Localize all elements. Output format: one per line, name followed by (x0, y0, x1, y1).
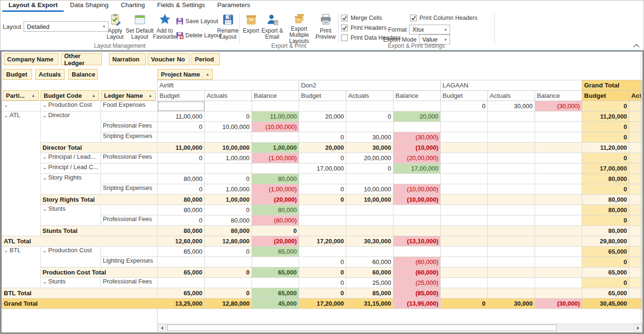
pivot-cell[interactable] (158, 278, 205, 288)
pivot-cell[interactable] (629, 257, 642, 267)
pivot-cell[interactable]: 29,80,000 (582, 236, 629, 247)
pivot-cell[interactable] (488, 267, 535, 278)
pivot-cell[interactable]: 0 (346, 111, 393, 122)
pivot-cell[interactable] (629, 101, 642, 111)
column-header-lagaan-budget[interactable]: Budget (441, 91, 488, 101)
delete-layout-button[interactable]: Delete Layout (176, 32, 222, 39)
pivot-cell[interactable]: 0 (299, 267, 346, 278)
pivot-cell[interactable] (205, 101, 252, 111)
pivot-cell[interactable]: 12,60,000 (158, 236, 205, 247)
pivot-cell[interactable]: 17,00,000 (299, 163, 346, 174)
pivot-cell[interactable]: 17,00,000 (393, 163, 441, 174)
pivot-cell[interactable] (535, 195, 582, 205)
pivot-cell[interactable] (299, 174, 346, 184)
pivot-cell[interactable] (488, 132, 535, 143)
pivot-cell[interactable]: 30,000 (488, 299, 535, 309)
pivot-cell[interactable]: 10,00,000 (346, 195, 393, 205)
row-header-ledger-sripting-expenses[interactable]: Sripting Expenses (101, 184, 158, 195)
pivot-cell[interactable]: (30,000) (393, 132, 441, 143)
pivot-cell[interactable] (488, 122, 535, 132)
pivot-cell[interactable] (629, 195, 642, 205)
pivot-cell[interactable] (299, 226, 346, 236)
pivot-cell[interactable]: (20,000) (252, 195, 299, 205)
column-group-airlift[interactable]: Airlift (158, 80, 299, 91)
add-to-favourite-button[interactable]: Add to Favourite (153, 13, 176, 44)
pivot-cell[interactable]: 0 (158, 153, 205, 163)
pivot-cell[interactable] (488, 215, 535, 226)
column-field-project-name[interactable]: Project Name ▲ (158, 69, 213, 80)
pivot-cell[interactable]: 11,20,000 (582, 143, 629, 153)
pivot-cell[interactable]: 65,000 (252, 288, 299, 299)
pivot-cell[interactable] (535, 132, 582, 143)
pivot-cell[interactable]: 20,00,000 (346, 153, 393, 163)
pivot-cell[interactable]: 80,000 (205, 215, 252, 226)
pivot-cell[interactable] (205, 257, 252, 267)
row-field-ledger-name[interactable]: Ledger Name▲ (101, 90, 156, 101)
expand-icon[interactable]: ⌄ (4, 112, 8, 118)
pivot-cell[interactable] (535, 122, 582, 132)
pivot-cell[interactable]: 11,00,000 (158, 143, 205, 153)
pivot-cell[interactable]: 80,000 (252, 205, 299, 215)
pivot-cell[interactable]: 65,000 (582, 288, 629, 299)
expand-icon[interactable]: ⌄ (42, 175, 47, 180)
column-group-grand-total[interactable]: Grand Total (582, 80, 642, 91)
row-header-ledger-professional-fees[interactable]: Professional Fees (101, 215, 158, 226)
pivot-cell[interactable]: 80,000 (582, 226, 629, 236)
row-header-ledger-professional-fees[interactable]: Professional Fees (101, 278, 158, 288)
pivot-cell[interactable] (346, 247, 393, 257)
row-header-budget-code-director[interactable]: ⌄Director (41, 111, 101, 143)
export-email-button[interactable]: Export & Email (261, 13, 284, 44)
pivot-cell[interactable]: 0 (299, 132, 346, 143)
pivot-cell[interactable] (488, 143, 535, 153)
pivot-cell[interactable] (535, 184, 582, 195)
horizontal-scrollbar[interactable] (157, 324, 643, 332)
pivot-cell[interactable] (488, 288, 535, 299)
pivot-cell[interactable] (441, 236, 488, 247)
pivot-cell[interactable]: (60,000) (393, 257, 441, 267)
column-header-don2-budget[interactable]: Budget (299, 91, 346, 101)
pivot-cell[interactable]: 80,000 (252, 174, 299, 184)
checkbox-print-column-headers[interactable]: Print Column Headers (410, 15, 477, 21)
ribbon-tab-parameters[interactable]: Parameters (211, 0, 256, 12)
pivot-cell[interactable]: 30,45,000 (582, 299, 629, 309)
chevron-down-icon[interactable]: ▾ (442, 25, 450, 34)
pivot-cell[interactable] (441, 143, 488, 153)
pivot-cell[interactable] (252, 278, 299, 288)
pivot-cell[interactable] (252, 163, 299, 174)
pivot-cell[interactable]: 10,00,000 (205, 143, 252, 153)
scrollbar-thumb[interactable] (167, 325, 557, 331)
row-header-budget-code-stunts[interactable]: ⌄Stunts (41, 278, 101, 288)
checkbox-print-data-headers[interactable]: Print Data Headers (341, 34, 401, 41)
pivot-cell[interactable] (252, 132, 299, 143)
column-header-airlift-actuals[interactable]: Actuals (205, 91, 252, 101)
pivot-cell[interactable]: 60,000 (346, 257, 393, 267)
pivot-cell[interactable]: (20,000) (252, 236, 299, 247)
column-header-grand-total-budget[interactable]: Budget (582, 91, 629, 101)
column-header-don2-actuals[interactable]: Actuals (346, 91, 393, 101)
scroll-left-button[interactable] (158, 324, 166, 332)
collapse-ribbon-button[interactable] (633, 42, 641, 49)
pivot-cell[interactable]: 31,15,000 (346, 299, 393, 309)
total-row-label-story-rights-total[interactable]: Story Rights Total (41, 195, 158, 205)
pivot-cell[interactable] (629, 278, 642, 288)
pivot-cell[interactable] (629, 174, 642, 184)
pivot-cell[interactable] (488, 247, 535, 257)
expand-icon[interactable]: ⌄ (4, 248, 8, 253)
filter-field-other-ledger[interactable]: Other Ledger (61, 53, 102, 65)
pivot-cell[interactable]: 10,00,000 (205, 122, 252, 132)
pivot-cell[interactable]: (10,00,000) (393, 184, 441, 195)
pivot-cell[interactable]: 0 (582, 132, 629, 143)
pivot-cell[interactable]: 0 (346, 163, 393, 174)
pivot-cell[interactable] (629, 122, 642, 132)
pivot-cell[interactable]: (85,000) (393, 288, 441, 299)
pivot-cell[interactable] (441, 257, 488, 267)
row-header-ledger-blank[interactable] (101, 111, 158, 122)
expand-icon[interactable]: ⌄ (42, 154, 47, 160)
pivot-cell[interactable]: 80,000 (158, 195, 205, 205)
pivot-cell[interactable]: 0 (582, 153, 629, 163)
row-header-ledger-professional-fees[interactable]: Professional Fees (101, 153, 158, 163)
expand-icon[interactable]: ⌄ (42, 112, 47, 118)
pivot-cell[interactable] (205, 278, 252, 288)
pivot-cell[interactable] (441, 205, 488, 215)
pivot-cell[interactable]: 25,000 (346, 278, 393, 288)
